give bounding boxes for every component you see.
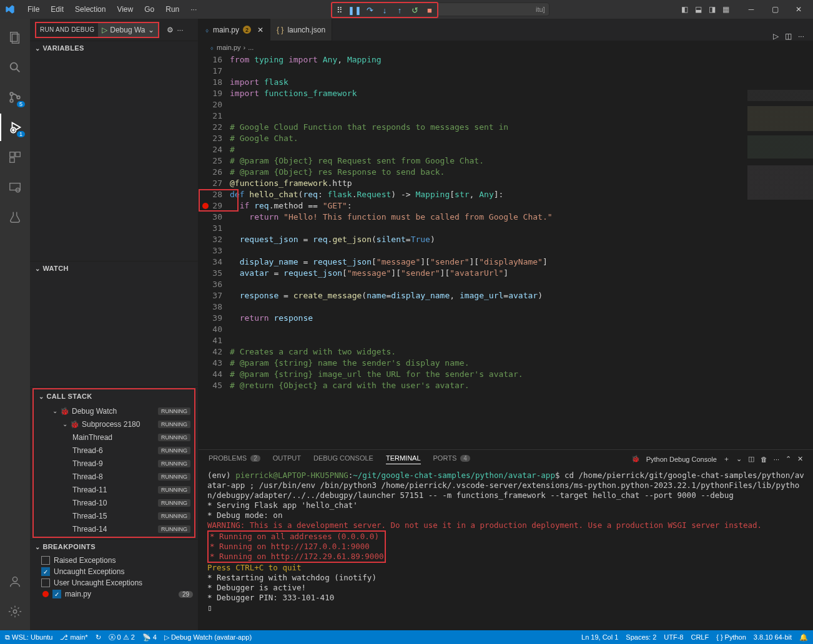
menu-selection[interactable]: Selection [70, 2, 111, 16]
status-remote[interactable]: ⧉WSL: Ubuntu [5, 633, 52, 642]
terminal[interactable]: (env) pierrick@LAPTOP-HKU5PNNG:~/git/goo… [199, 468, 813, 630]
status-interpreter[interactable]: 3.8.10 64-bit [754, 633, 792, 641]
checkbox-icon[interactable] [41, 556, 50, 565]
debug-step-into-icon[interactable]: ↓ [380, 5, 390, 15]
tab-problems[interactable]: PROBLEMS2 [209, 454, 260, 464]
split-terminal-icon[interactable]: ◫ [748, 455, 754, 463]
tab-ports[interactable]: PORTS4 [433, 454, 470, 464]
status-encoding[interactable]: UTF-8 [664, 633, 683, 641]
status-bell-icon[interactable]: 🔔 [799, 633, 808, 642]
maximize-panel-icon[interactable]: ⌃ [786, 455, 791, 463]
run-editor-icon[interactable]: ▷ [773, 32, 779, 41]
minimap[interactable] [747, 90, 813, 227]
bp-uncaught[interactable]: ✓Uncaught Exceptions [30, 566, 198, 577]
callstack-label: Thread-10 [72, 499, 107, 507]
launch-config-select[interactable]: ▷ Debug Wa ⌄ [98, 23, 157, 37]
layout-icon-1[interactable]: ◧ [679, 4, 689, 14]
callstack-row[interactable]: Thread-8RUNNING [34, 470, 194, 483]
status-sync[interactable]: ↻ [96, 633, 101, 642]
status-eol[interactable]: CRLF [691, 633, 709, 641]
chevron-down-icon[interactable]: ⌄ [736, 455, 742, 463]
radio-icon: 📡 [142, 633, 151, 642]
menu-go[interactable]: Go [139, 2, 159, 16]
add-terminal-icon[interactable]: ＋ [723, 454, 730, 464]
activity-explorer-icon[interactable] [0, 24, 30, 51]
activity-remote-icon[interactable] [0, 173, 30, 201]
activity-settings-icon[interactable] [0, 598, 30, 625]
activity-account-icon[interactable] [0, 568, 30, 595]
breakpoints-header[interactable]: ⌄BREAKPOINTS [30, 540, 198, 554]
menu-edit[interactable]: Edit [46, 2, 69, 16]
more-terminal-icon[interactable]: ··· [774, 456, 779, 463]
console-label[interactable]: Python Debug Console [646, 456, 717, 463]
window-maximize[interactable]: ▢ [766, 1, 784, 18]
breakpoint-dot-icon[interactable] [202, 203, 209, 209]
status-lang[interactable]: { }Python [716, 633, 746, 641]
callstack-row[interactable]: Thread-14RUNNING [34, 522, 194, 535]
debug-toolbar[interactable]: ⠿ ❚❚ ↷ ↓ ↑ ↺ ■ [331, 2, 438, 18]
callstack-row[interactable]: ⌄🐞Debug WatchRUNNING [34, 404, 194, 417]
menu-view[interactable]: View [112, 2, 138, 16]
callstack-row[interactable]: Thread-15RUNNING [34, 509, 194, 522]
callstack-header[interactable]: ⌄CALL STACK [34, 389, 194, 403]
debug-stop-icon[interactable]: ■ [425, 5, 435, 15]
variables-header[interactable]: ⌄VARIABLES [30, 41, 198, 55]
tab-launch-json[interactable]: { }launch.json [270, 19, 332, 41]
debug-restart-icon[interactable]: ↺ [410, 5, 420, 15]
debug-badge: 1 [17, 131, 25, 137]
activity-debug-icon[interactable]: 1 [0, 114, 30, 141]
bp-file[interactable]: ✓main.py 29 [30, 588, 198, 600]
status-errors[interactable]: ⓧ0⚠2 [109, 633, 135, 642]
window-close[interactable]: ✕ [789, 1, 808, 18]
sidebar: RUN AND DEBUG ▷ Debug Wa ⌄ ⚙ ··· ⌄VARIAB… [30, 19, 199, 630]
checkbox-icon[interactable] [41, 578, 50, 587]
status-debug[interactable]: ▷Debug Watch (avatar-app) [164, 633, 252, 642]
callstack-row[interactable]: MainThreadRUNNING [34, 431, 194, 444]
debug-pause-icon[interactable]: ❚❚ [350, 5, 360, 15]
status-spaces[interactable]: Spaces: 2 [626, 633, 656, 641]
debug-step-over-icon[interactable]: ↷ [365, 5, 375, 15]
activity-testing-icon[interactable] [0, 203, 30, 231]
layout-icon-2[interactable]: ⬓ [693, 4, 703, 14]
window-minimize[interactable]: ─ [742, 1, 761, 18]
checkbox-checked-icon[interactable]: ✓ [52, 590, 61, 598]
menu-run[interactable]: Run [160, 2, 184, 16]
close-panel-icon[interactable]: ✕ [797, 455, 803, 463]
callstack-row[interactable]: Thread-9RUNNING [34, 457, 194, 470]
callstack-row[interactable]: Thread-6RUNNING [34, 444, 194, 457]
activity-extensions-icon[interactable] [0, 144, 30, 171]
kill-terminal-icon[interactable]: 🗑 [761, 456, 767, 463]
callstack-row[interactable]: Thread-10RUNNING [34, 496, 194, 509]
status-position[interactable]: Ln 19, Col 1 [581, 633, 618, 641]
checkbox-checked-icon[interactable]: ✓ [41, 567, 50, 576]
debug-icon: ▷ [164, 633, 169, 642]
editor-body[interactable]: 1617181920212223242526272829303132333435… [199, 54, 813, 449]
split-editor-icon[interactable]: ◫ [785, 32, 792, 41]
bp-user-uncaught[interactable]: User Uncaught Exceptions [30, 577, 198, 588]
close-icon[interactable]: ✕ [257, 26, 264, 34]
watch-header[interactable]: ⌄WATCH [30, 261, 198, 275]
debug-drag-icon[interactable]: ⠿ [335, 5, 345, 15]
more-editor-icon[interactable]: ··· [798, 32, 804, 41]
tab-main-py[interactable]: ⬨main.py2✕ [199, 19, 270, 41]
callstack-row[interactable]: ⌄🐞Subprocess 2180RUNNING [34, 417, 194, 431]
debug-step-out-icon[interactable]: ↑ [395, 5, 405, 15]
callstack-label: MainThread [72, 433, 112, 442]
activity-scm-icon[interactable]: 5 [0, 84, 30, 111]
bp-raised[interactable]: Raised Exceptions [30, 555, 198, 566]
activity-search-icon[interactable] [0, 54, 30, 81]
layout-icon-3[interactable]: ◨ [707, 4, 717, 14]
more-icon[interactable]: ··· [177, 26, 184, 34]
breadcrumb[interactable]: ⬨ main.py›... [199, 41, 813, 54]
running-addresses-box: * Running on all addresses (0.0.0.0) * R… [207, 530, 386, 563]
menu-more[interactable]: ··· [185, 2, 202, 16]
callstack-row[interactable]: Thread-11RUNNING [34, 483, 194, 496]
tab-output[interactable]: OUTPUT [273, 454, 301, 464]
layout-icon-4[interactable]: ▦ [721, 4, 731, 14]
tab-terminal[interactable]: TERMINAL [386, 454, 421, 464]
tab-debug-console[interactable]: DEBUG CONSOLE [313, 454, 373, 464]
status-radio[interactable]: 📡4 [142, 633, 157, 642]
menu-file[interactable]: File [22, 2, 44, 16]
gear-icon[interactable]: ⚙ [167, 26, 174, 34]
status-branch[interactable]: ⎇main* [60, 633, 87, 642]
